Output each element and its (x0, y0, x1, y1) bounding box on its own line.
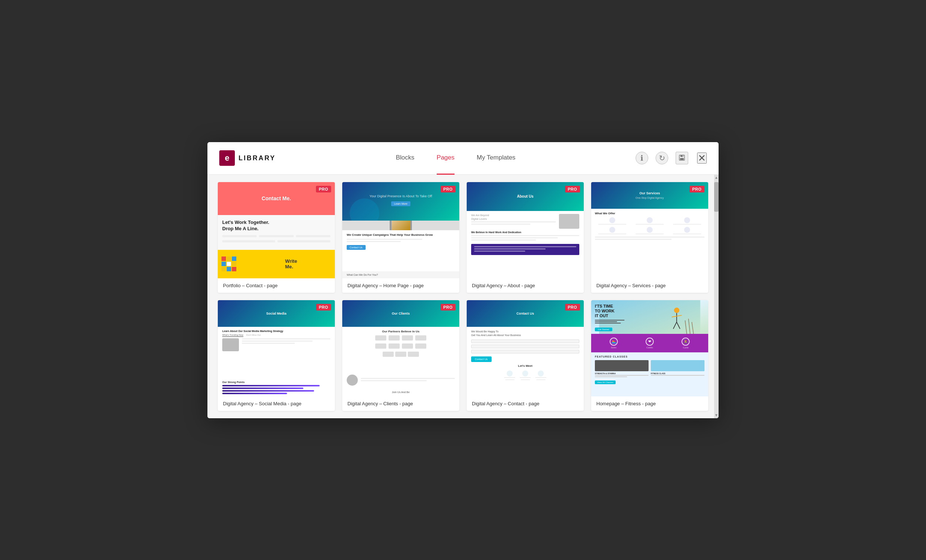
info-icon: ℹ (640, 154, 643, 163)
scroll-thumb[interactable] (714, 182, 719, 212)
refresh-icon: ↻ (659, 154, 665, 163)
template-card[interactable]: PRO Our Services One-Stop Digital Agency… (591, 182, 708, 293)
svg-rect-2 (680, 158, 684, 160)
template-preview: PRO Our Services One-Stop Digital Agency… (591, 182, 708, 278)
template-title: Digital Agency – About - page (467, 278, 584, 293)
template-content: PRO Contact Me. Let's Work Together.Drop… (207, 175, 719, 418)
template-preview: PRO Contact Me. Let's Work Together.Drop… (218, 182, 335, 278)
pro-badge: PRO (689, 186, 705, 192)
template-card[interactable]: PRO Contact Us We Would Be Happy ToGet Y… (467, 300, 584, 411)
scroll-up[interactable]: ▲ (714, 175, 719, 181)
header-actions: ℹ ↻ ✕ (635, 152, 707, 165)
template-card[interactable]: PRO Your Digital Presence Is About To Ta… (342, 182, 459, 293)
preview-image: About Us We Are Beyond Digital Lovers (467, 182, 584, 278)
template-title: Digital Agency – Clients - page (342, 396, 459, 411)
template-card[interactable]: PRO Our Clients Our Partners Believe In … (342, 300, 459, 411)
template-preview: PRO Social Media Learn About Our Social … (218, 300, 335, 396)
preview-image: I'TS TIMETO WORKIT OUT Get Started (591, 300, 708, 396)
library-modal: e LIBRARY Blocks Pages My Templates ℹ ↻ (207, 142, 719, 418)
template-title: Digital Agency – Social Media - page (218, 396, 335, 411)
tab-pages[interactable]: Pages (437, 142, 454, 175)
close-button[interactable]: ✕ (697, 152, 707, 164)
pro-badge: PRO (565, 304, 580, 311)
pro-badge: PRO (440, 304, 455, 311)
library-title: LIBRARY (239, 154, 275, 162)
preview-image: Your Digital Presence Is About To Take O… (342, 182, 459, 278)
template-preview: PRO Your Digital Presence Is About To Ta… (342, 182, 459, 278)
template-title: Portfolio – Contact - page (218, 278, 335, 293)
save-icon (679, 154, 685, 163)
template-preview: PRO Our Clients Our Partners Believe In … (342, 300, 459, 396)
preview-image: Contact Us We Would Be Happy ToGet You A… (467, 300, 584, 396)
preview-image: Our Clients Our Partners Believe In Us (342, 300, 459, 396)
tab-my-templates[interactable]: My Templates (477, 142, 516, 175)
save-button[interactable] (676, 152, 688, 165)
template-title: Homepage – Fitness - page (591, 396, 708, 411)
close-icon: ✕ (698, 152, 706, 164)
pro-badge: PRO (316, 186, 331, 192)
scroll-down[interactable]: ▼ (714, 412, 719, 418)
template-title: Digital Agency – Contact - page (467, 396, 584, 411)
templates-grid: PRO Contact Me. Let's Work Together.Drop… (218, 182, 708, 411)
tab-navigation: Blocks Pages My Templates (291, 142, 621, 174)
info-button[interactable]: ℹ (635, 152, 648, 165)
tab-blocks[interactable]: Blocks (396, 142, 415, 175)
template-title: Digital Agency – Services - page (591, 278, 708, 293)
pro-badge: PRO (440, 186, 455, 192)
pro-badge: PRO (316, 304, 331, 311)
preview-image: Social Media Learn About Our Social Medi… (218, 300, 335, 396)
library-logo: e LIBRARY (219, 150, 275, 166)
svg-rect-3 (682, 155, 683, 157)
template-card[interactable]: PRO Contact Me. Let's Work Together.Drop… (218, 182, 335, 293)
template-preview: PRO Contact Us We Would Be Happy ToGet Y… (467, 300, 584, 396)
svg-point-5 (674, 308, 680, 313)
template-card[interactable]: I'TS TIMETO WORKIT OUT Get Started (591, 300, 708, 411)
preview-image: Our Services One-Stop Digital Agency Wha… (591, 182, 708, 278)
pro-badge: PRO (565, 186, 580, 192)
scroll-indicator: ▲ ▼ (714, 175, 719, 418)
preview-image: Contact Me. Let's Work Together.Drop Me … (218, 182, 335, 278)
template-card[interactable]: PRO About Us We Are Beyond Digital Lover… (467, 182, 584, 293)
template-title: Digital Agency – Home Page - page (342, 278, 459, 293)
template-preview: PRO About Us We Are Beyond Digital Lover… (467, 182, 584, 278)
template-card[interactable]: PRO Social Media Learn About Our Social … (218, 300, 335, 411)
elementor-logo-icon: e (219, 150, 235, 166)
modal-header: e LIBRARY Blocks Pages My Templates ℹ ↻ (207, 142, 719, 175)
template-preview: I'TS TIMETO WORKIT OUT Get Started (591, 300, 708, 396)
refresh-button[interactable]: ↻ (656, 152, 668, 165)
